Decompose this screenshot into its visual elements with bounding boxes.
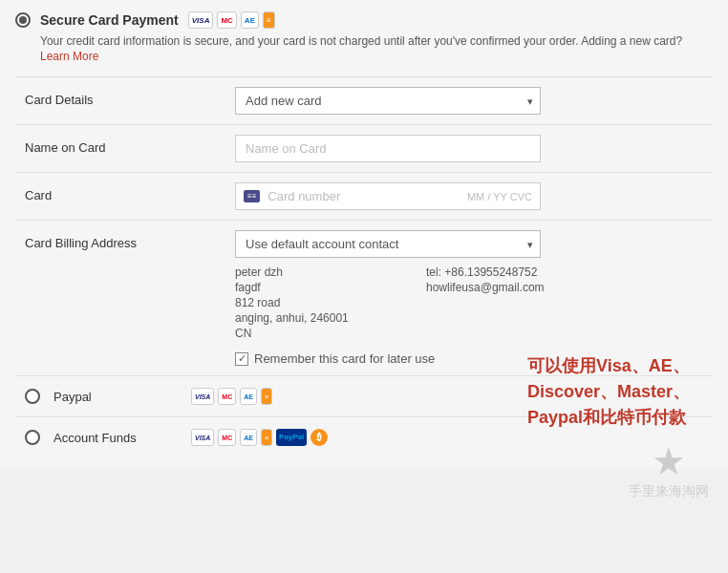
paypal-amex-icon: AE bbox=[240, 388, 257, 405]
funds-bitcoin-icon: ₿ bbox=[310, 429, 328, 446]
paypal-mc-icon: MC bbox=[218, 388, 236, 405]
name-on-card-label: Name on Card bbox=[15, 135, 235, 155]
watermark: ★ 手里来海淘网 bbox=[629, 439, 709, 500]
card-details-label: Card Details bbox=[15, 87, 235, 107]
chinese-annotation: 可以使用Visa、AE、Discover、Master、Paypal和比特币付款 bbox=[527, 353, 718, 431]
billing-address-select[interactable]: Use default account contact bbox=[235, 230, 541, 258]
paypal-label: Paypal bbox=[54, 390, 178, 404]
name-on-card-field bbox=[235, 135, 713, 162]
address-street: 812 road bbox=[235, 296, 598, 309]
address-block: peter dzh tel: +86.13955248752 fagdf how… bbox=[235, 265, 598, 340]
address-city-state: anging, anhui, 246001 bbox=[235, 311, 598, 325]
funds-visa-icon: VISA bbox=[191, 429, 214, 446]
card-expiry-cvc-placeholder: MM / YY CVC bbox=[467, 191, 532, 202]
amex-icon: AE bbox=[241, 11, 259, 29]
funds-amex-icon: AE bbox=[240, 429, 257, 446]
name-on-card-input[interactable] bbox=[235, 135, 541, 162]
billing-address-row: Card Billing Address Use default account… bbox=[15, 220, 713, 375]
payment-method-title: Secure Card Payment bbox=[40, 12, 179, 28]
card-number-input-area[interactable]: ≡≡ Card number MM / YY CVC bbox=[235, 182, 541, 210]
name-on-card-row: Name on Card bbox=[15, 124, 713, 172]
account-funds-card-icons: VISA MC AE ≡ PayPal ₿ bbox=[191, 429, 328, 446]
account-funds-radio[interactable] bbox=[25, 430, 40, 445]
address-tel: tel: +86.13955248752 bbox=[426, 265, 598, 279]
card-details-row: Card Details Add new card ▾ bbox=[15, 76, 713, 124]
card-number-row: Card ≡≡ Card number MM / YY CVC bbox=[15, 172, 713, 220]
learn-more-link[interactable]: Learn More bbox=[40, 50, 713, 63]
address-company: fagdf bbox=[235, 281, 407, 294]
funds-disc-icon: ≡ bbox=[261, 429, 272, 446]
card-chip-icon: ≡≡ bbox=[244, 190, 260, 202]
funds-mc-icon: MC bbox=[218, 429, 236, 446]
address-country: CN bbox=[235, 327, 598, 340]
billing-address-select-wrapper: Use default account contact ▾ bbox=[235, 230, 541, 258]
card-number-placeholder: Card number bbox=[268, 189, 460, 203]
discover-icon: ≡ bbox=[263, 11, 275, 29]
billing-address-label: Card Billing Address bbox=[15, 230, 235, 250]
visa-icon: VISA bbox=[188, 11, 214, 29]
paypal-disc-icon: ≡ bbox=[261, 388, 272, 405]
card-details-field: Add new card ▾ bbox=[235, 87, 713, 115]
accepted-card-icons: VISA MC AE ≡ bbox=[188, 11, 275, 29]
address-email: howlifeusa@gmail.com bbox=[426, 281, 598, 294]
watermark-text: 手里来海淘网 bbox=[629, 483, 709, 499]
address-name: peter dzh bbox=[235, 265, 407, 279]
card-details-select[interactable]: Add new card bbox=[235, 87, 541, 115]
mastercard-icon: MC bbox=[217, 11, 236, 29]
card-details-select-wrapper: Add new card ▾ bbox=[235, 87, 541, 115]
paypal-radio[interactable] bbox=[25, 389, 40, 404]
card-label: Card bbox=[15, 182, 235, 202]
paypal-card-icons: VISA MC AE ≡ bbox=[191, 388, 272, 405]
account-funds-label: Account Funds bbox=[54, 431, 178, 445]
paypal-visa-icon: VISA bbox=[191, 388, 214, 405]
remember-card-checkbox[interactable] bbox=[235, 352, 248, 366]
remember-card-label: Remember this card for later use bbox=[254, 351, 435, 366]
info-text: Your credit card information is secure, … bbox=[40, 34, 713, 48]
secure-card-radio[interactable] bbox=[15, 12, 31, 28]
payment-method-header: Secure Card Payment VISA MC AE ≡ bbox=[15, 11, 713, 29]
watermark-star-icon: ★ bbox=[629, 439, 709, 483]
card-field: ≡≡ Card number MM / YY CVC bbox=[235, 182, 713, 210]
billing-address-field: Use default account contact ▾ peter dzh … bbox=[235, 230, 713, 366]
funds-paypal-icon: PayPal bbox=[276, 429, 307, 446]
